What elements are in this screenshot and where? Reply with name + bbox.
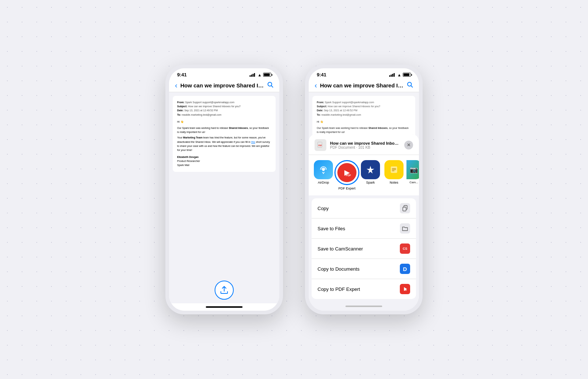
pdfexpert-action-icon: PDF — [400, 284, 410, 294]
app-icon-notes[interactable]: Notes — [383, 160, 405, 190]
right-time: 9:41 — [317, 72, 326, 77]
camscanner-icon: CS — [400, 243, 410, 254]
app-icon-pdfexpert[interactable]: ▶ PDF PDF Expert — [336, 160, 358, 190]
right-battery-icon — [403, 73, 411, 77]
sig-title: Product Researcher — [177, 159, 271, 163]
from-value: Spark Support support@sparkmailapp.com — [185, 101, 234, 104]
to-label: To: — [177, 113, 182, 116]
left-battery-icon — [263, 73, 271, 77]
pdfexpert-action-glyph: PDF — [402, 286, 408, 292]
pdf-text: PDF — [346, 174, 351, 177]
action-copy-documents-label: Copy to Documents — [318, 266, 359, 272]
body-p1: Our Spark team was working hard to relea… — [177, 126, 271, 134]
share-close-button[interactable]: ✕ — [404, 141, 413, 149]
svg-text:PDF: PDF — [405, 290, 407, 291]
right-phone-screen: 9:41 ▲ ‹ How can we improve Shared Inbox… — [309, 68, 419, 311]
notes-glyph — [389, 165, 399, 174]
action-copy-documents[interactable]: Copy to Documents D — [312, 259, 416, 279]
left-home-bar — [206, 306, 243, 308]
svg-marker-7 — [367, 166, 374, 174]
right-home-bar — [345, 306, 382, 307]
left-time: 9:41 — [177, 72, 187, 77]
action-copy-pdfexpert[interactable]: Copy to PDF Expert PDF — [312, 279, 416, 299]
airdrop-icon — [314, 160, 333, 179]
left-status-icons: ▲ — [250, 73, 271, 77]
share-sheet: PDF How can we improve Shared Inboxes fo… — [309, 134, 419, 311]
from-label: From: — [177, 101, 185, 104]
to-value: readdle.marketing.test@gmail.com — [182, 113, 221, 116]
action-copy[interactable]: Copy — [312, 198, 416, 219]
app-icon-airdrop[interactable]: AirDrop — [312, 160, 334, 190]
app-icon-cam[interactable]: 📷 Cam... — [406, 160, 419, 190]
spark-glyph — [365, 165, 376, 175]
right-status-bar: 9:41 ▲ — [309, 68, 419, 79]
right-email-meta: From: Spark Support support@sparkmailapp… — [317, 100, 411, 117]
action-save-files[interactable]: Save to Files — [312, 219, 416, 239]
date-label: Date: — [177, 109, 184, 112]
action-copy-pdfexpert-label: Copy to PDF Expert — [318, 286, 360, 292]
left-phone: 9:41 ▲ ‹ How can we improve Shared Inbox… — [165, 65, 283, 314]
share-doc-icon: PDF — [315, 139, 326, 151]
left-email-text: Hi 👋 Our Spark team was working hard to … — [177, 120, 271, 167]
share-button-area[interactable] — [215, 281, 234, 300]
files-glyph — [402, 225, 408, 232]
camscanner-text: CS — [403, 247, 408, 250]
left-back-button[interactable]: ‹ — [175, 81, 178, 90]
pdfexpert-icon-bg: ▶ PDF — [337, 163, 356, 182]
left-email-meta: From: Spark Support support@sparkmailapp… — [177, 100, 271, 117]
right-phone: 9:41 ▲ ‹ How can we improve Shared Inbox… — [305, 65, 423, 314]
left-nav-bar: ‹ How can we improve Shared Inboxe... — [169, 79, 279, 92]
body-p2: Your Marketing Team team has tried the f… — [177, 136, 271, 152]
right-search-button[interactable] — [406, 81, 413, 90]
documents-icon: D — [400, 264, 410, 274]
left-search-button[interactable] — [267, 81, 273, 90]
svg-line-3 — [411, 86, 412, 87]
app-icons-row: AirDrop ▶ PDF PDF Expert — [309, 155, 419, 195]
right-wifi-icon: ▲ — [397, 73, 401, 77]
share-sheet-header: PDF How can we improve Shared Inboxes fo… — [309, 134, 419, 155]
action-save-camscanner-label: Save to CamScanner — [318, 246, 363, 252]
action-copy-label: Copy — [318, 206, 329, 211]
spark-icon — [361, 160, 380, 179]
share-doc-info: How can we improve Shared Inboxes fo... … — [330, 141, 401, 149]
copy-glyph — [402, 205, 408, 212]
svg-point-6 — [322, 169, 325, 171]
left-status-bar: 9:41 ▲ — [169, 68, 279, 79]
airdrop-glyph — [318, 165, 329, 175]
left-email-content: From: Spark Support support@sparkmailapp… — [169, 92, 279, 303]
cam-icon: 📷 — [406, 160, 419, 179]
left-phone-screen: 9:41 ▲ ‹ How can we improve Shared Inbox… — [169, 68, 279, 311]
left-wifi-icon: ▲ — [258, 73, 262, 77]
left-nav-title: How can we improve Shared Inboxe... — [180, 82, 267, 89]
greeting: Hi 👋 — [177, 120, 271, 124]
airdrop-label: AirDrop — [318, 181, 329, 184]
right-signal-icon — [389, 73, 395, 77]
copy-icon — [400, 203, 410, 213]
svg-line-1 — [271, 86, 273, 87]
share-button[interactable] — [215, 281, 234, 300]
files-icon — [400, 223, 410, 234]
date-value: Sep 13, 2021 at 12:49:52 PM — [184, 109, 218, 112]
left-email-body: From: Spark Support support@sparkmailapp… — [173, 96, 276, 172]
notes-icon — [384, 160, 404, 179]
left-home-indicator — [169, 303, 279, 311]
share-doc-meta: PDF Document · 101 KB — [330, 145, 401, 149]
right-back-button[interactable]: ‹ — [315, 81, 317, 90]
right-nav-bar: ‹ How can we improve Shared Inboxe... — [309, 79, 419, 92]
pdfexpert-label: PDF Expert — [338, 187, 356, 190]
svg-text:PDF: PDF — [318, 144, 322, 147]
subject-value: How can we improve Shared Inboxes for yo… — [188, 105, 241, 108]
right-nav-title: How can we improve Shared Inboxe... — [320, 82, 406, 89]
action-save-camscanner[interactable]: Save to CamScanner CS — [312, 239, 416, 259]
share-doc-title: How can we improve Shared Inboxes fo... — [330, 141, 401, 145]
left-signal-icon — [250, 73, 255, 77]
notes-label: Notes — [390, 181, 398, 184]
subject-label: Subject: — [177, 105, 188, 108]
app-icon-spark[interactable]: Spark — [359, 160, 381, 190]
share-icon — [220, 286, 229, 295]
right-status-icons: ▲ — [389, 73, 411, 77]
svg-rect-13 — [403, 207, 406, 211]
pdf-doc-icon: PDF — [317, 141, 324, 149]
pdfexpert-selected-ring: ▶ PDF — [334, 160, 359, 185]
cam-glyph: 📷 — [410, 166, 418, 174]
